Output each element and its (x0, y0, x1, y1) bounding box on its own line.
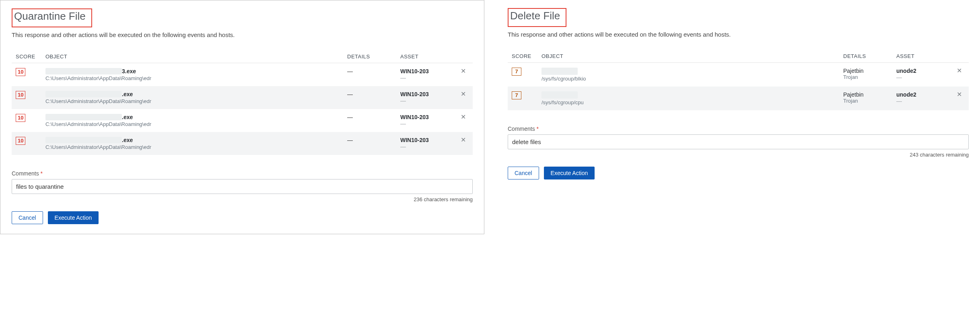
remove-row-icon[interactable]: ✕ (957, 90, 962, 98)
asset-name: WIN10-203 (400, 68, 453, 74)
table-row: 7 /sys/fs/cgroup/cpu Pajetbin Trojan uno… (508, 87, 969, 110)
remove-row-icon[interactable]: ✕ (461, 90, 466, 97)
remove-row-icon[interactable]: ✕ (461, 113, 466, 120)
score-badge: 7 (512, 91, 521, 99)
col-header-asset: ASSET (400, 54, 453, 60)
dialog-subtitle: This response and other actions will be … (12, 31, 473, 38)
table-row: 10 .exe C:\Users\Administrator\AppData\R… (12, 86, 473, 109)
table-header-row: SCORE OBJECT DETAILS ASSET (508, 50, 969, 63)
score-badge: 10 (16, 114, 25, 122)
object-name-suffix: .exe (122, 114, 133, 120)
object-name-redacted (45, 137, 122, 143)
score-badge: 10 (16, 91, 25, 99)
dialog-title: Delete File (509, 9, 563, 23)
object-path: C:\Users\Administrator\AppData\Roaming\e… (45, 144, 342, 150)
execute-action-button[interactable]: Execute Action (544, 167, 595, 179)
remove-row-icon[interactable]: ✕ (461, 67, 466, 74)
object-name-suffix: .exe (122, 137, 133, 143)
comments-input[interactable] (12, 179, 473, 194)
col-header-object: OBJECT (45, 54, 342, 60)
events-table: SCORE OBJECT DETAILS ASSET 10 3.exe C:\U… (12, 50, 473, 155)
comments-input[interactable] (508, 134, 969, 149)
score-badge: 7 (512, 68, 521, 76)
chars-remaining: 236 characters remaining (12, 196, 473, 202)
execute-action-button[interactable]: Execute Action (48, 211, 99, 224)
quarantine-file-dialog: Quarantine File This response and other … (0, 0, 484, 234)
col-header-details: DETAILS (843, 53, 891, 59)
object-name-redacted (45, 91, 122, 97)
chars-remaining: 243 characters remaining (508, 152, 969, 158)
asset-name: WIN10-203 (400, 114, 453, 120)
comments-label: Comments * (12, 170, 473, 177)
events-table: SCORE OBJECT DETAILS ASSET 7 /sys/fs/cgr… (508, 50, 969, 110)
comments-label: Comments * (508, 126, 969, 132)
table-row: 10 3.exe C:\Users\Administrator\AppData\… (12, 63, 473, 86)
col-header-details: DETAILS (347, 54, 395, 60)
col-header-score: SCORE (512, 53, 537, 59)
score-badge: 10 (16, 68, 25, 76)
object-name-redacted (45, 114, 122, 120)
object-name-redacted (45, 68, 122, 74)
object-name-redacted (541, 68, 578, 75)
col-header-asset: ASSET (896, 53, 949, 59)
details-name: Pajetbin (843, 91, 891, 98)
cancel-button[interactable]: Cancel (508, 167, 539, 179)
asset-name: WIN10-203 (400, 137, 453, 143)
object-path: /sys/fs/cgroup/blkio (541, 76, 838, 82)
asset-sub: — (400, 97, 453, 104)
object-path: C:\Users\Administrator\AppData\Roaming\e… (45, 121, 342, 127)
remove-row-icon[interactable]: ✕ (957, 66, 962, 74)
score-badge: 10 (16, 137, 25, 145)
details-value: — (347, 91, 353, 97)
table-header-row: SCORE OBJECT DETAILS ASSET (12, 50, 473, 63)
details-value: — (347, 68, 353, 74)
required-star-icon: * (41, 170, 43, 177)
object-path: C:\Users\Administrator\AppData\Roaming\e… (45, 75, 342, 81)
asset-name: unode2 (896, 68, 949, 74)
object-path: C:\Users\Administrator\AppData\Roaming\e… (45, 98, 342, 104)
title-highlight-box: Quarantine File (12, 8, 92, 27)
col-header-object: OBJECT (541, 53, 838, 59)
table-row: 10 .exe C:\Users\Administrator\AppData\R… (12, 132, 473, 155)
delete-file-dialog: Delete File This response and other acti… (496, 0, 980, 234)
asset-sub: — (896, 74, 949, 80)
required-star-icon: * (537, 126, 539, 132)
details-type: Trojan (843, 74, 891, 80)
asset-sub: — (400, 120, 453, 127)
table-row: 7 /sys/fs/cgroup/blkio Pajetbin Trojan u… (508, 63, 969, 87)
object-path: /sys/fs/cgroup/cpu (541, 99, 838, 105)
dialog-title: Quarantine File (13, 9, 89, 23)
object-name-suffix: .exe (122, 91, 133, 97)
cancel-button[interactable]: Cancel (12, 211, 43, 224)
table-row: 10 .exe C:\Users\Administrator\AppData\R… (12, 109, 473, 132)
col-header-score: SCORE (16, 54, 41, 60)
details-type: Trojan (843, 98, 891, 104)
asset-name: unode2 (896, 91, 949, 98)
asset-name: WIN10-203 (400, 91, 453, 97)
asset-sub: — (896, 98, 949, 104)
title-highlight-box: Delete File (508, 8, 566, 27)
remove-row-icon[interactable]: ✕ (461, 136, 466, 143)
details-value: — (347, 137, 353, 143)
details-name: Pajetbin (843, 68, 891, 74)
dialog-subtitle: This response and other actions will be … (508, 31, 969, 38)
details-value: — (347, 114, 353, 120)
asset-sub: — (400, 143, 453, 150)
asset-sub: — (400, 74, 453, 81)
comments-label-text: Comments (12, 170, 39, 177)
object-name-redacted (541, 91, 578, 99)
object-name-suffix: 3.exe (122, 68, 136, 74)
comments-label-text: Comments (508, 126, 535, 132)
